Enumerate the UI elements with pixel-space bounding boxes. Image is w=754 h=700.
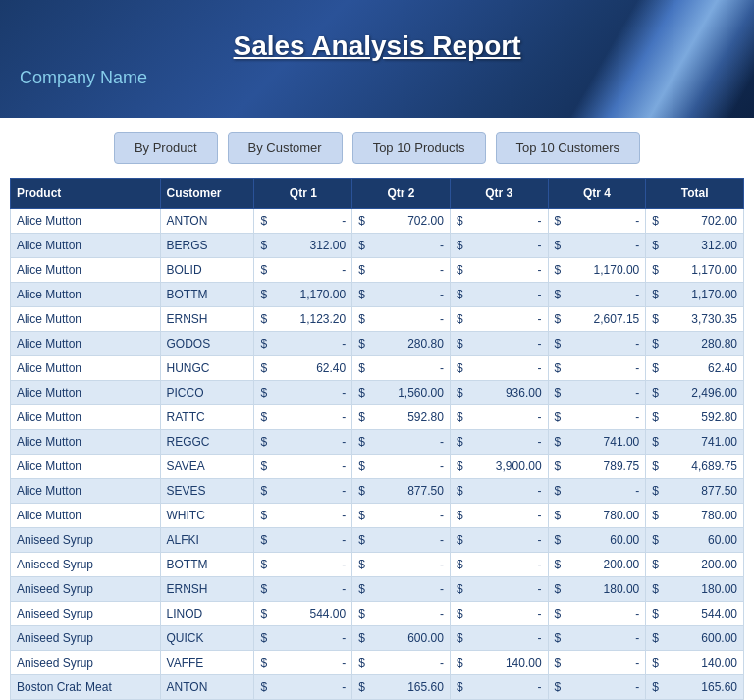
cell-money: $- (352, 430, 451, 455)
cell-money: $- (352, 553, 451, 577)
cell-customer: LINOD (160, 602, 254, 626)
cell-product: Alice Mutton (11, 307, 161, 332)
cell-money: $- (352, 577, 451, 602)
cell-money: $- (352, 651, 451, 675)
cell-money: $877.50 (646, 479, 744, 504)
cell-money: $1,560.00 (352, 381, 451, 405)
tab-top10-customers[interactable]: Top 10 Customers (496, 132, 641, 164)
table-row: Alice MuttonBOLID$-$-$-$1,170.00$1,170.0… (11, 258, 744, 283)
cell-product: Aniseed Syrup (11, 602, 161, 626)
cell-customer: RATTC (160, 405, 254, 430)
tab-by-product[interactable]: By Product (114, 132, 218, 164)
cell-money: $780.00 (646, 504, 744, 528)
table-row: Alice MuttonHUNGC$62.40$-$-$-$62.40 (11, 356, 744, 381)
cell-customer: ERNSH (160, 577, 254, 602)
cell-money: $60.00 (548, 528, 646, 553)
cell-money: $- (352, 234, 451, 258)
cell-money: $- (254, 553, 352, 577)
cell-money: $- (450, 258, 548, 283)
cell-customer: SAVEA (160, 455, 254, 479)
table-row: Alice MuttonREGGC$-$-$-$741.00$741.00 (11, 430, 744, 455)
cell-customer: QUICK (160, 626, 254, 651)
cell-money: $200.00 (646, 553, 744, 577)
table-container: Product Customer Qtr 1 Qtr 2 Qtr 3 Qtr 4… (0, 178, 754, 700)
cell-money: $- (548, 332, 646, 356)
cell-product: Alice Mutton (11, 504, 161, 528)
cell-money: $60.00 (646, 528, 744, 553)
tab-top10-products[interactable]: Top 10 Products (352, 132, 486, 164)
table-row: Alice MuttonSAVEA$-$-$3,900.00$789.75$4,… (11, 455, 744, 479)
cell-customer: SEVES (160, 479, 254, 504)
cell-money: $- (254, 430, 352, 455)
cell-product: Aniseed Syrup (11, 626, 161, 651)
cell-customer: HUNGC (160, 356, 254, 381)
cell-money: $140.00 (450, 651, 548, 675)
cell-money: $780.00 (548, 504, 646, 528)
cell-money: $140.00 (646, 651, 744, 675)
cell-money: $165.60 (646, 675, 744, 700)
cell-product: Alice Mutton (11, 356, 161, 381)
cell-money: $- (352, 528, 451, 553)
cell-money: $592.80 (646, 405, 744, 430)
cell-money: $- (352, 283, 451, 307)
cell-money: $180.00 (646, 577, 744, 602)
cell-product: Aniseed Syrup (11, 553, 161, 577)
cell-product: Aniseed Syrup (11, 528, 161, 553)
cell-money: $1,170.00 (646, 283, 744, 307)
tab-by-customer[interactable]: By Customer (228, 132, 343, 164)
cell-customer: BOLID (160, 258, 254, 283)
cell-money: $- (254, 504, 352, 528)
cell-money: $- (450, 430, 548, 455)
cell-product: Alice Mutton (11, 283, 161, 307)
cell-money: $- (450, 528, 548, 553)
cell-money: $1,170.00 (254, 283, 352, 307)
cell-money: $- (548, 283, 646, 307)
cell-money: $592.80 (352, 405, 451, 430)
table-row: Boston Crab MeatANTON$-$165.60$-$-$165.6… (11, 675, 744, 700)
table-row: Alice MuttonBOTTM$1,170.00$-$-$-$1,170.0… (11, 283, 744, 307)
cell-product: Alice Mutton (11, 258, 161, 283)
cell-money: $312.00 (254, 234, 352, 258)
cell-money: $- (352, 356, 451, 381)
cell-customer: BOTTM (160, 553, 254, 577)
cell-money: $- (548, 405, 646, 430)
cell-money: $- (254, 675, 352, 700)
cell-product: Alice Mutton (11, 332, 161, 356)
cell-money: $- (450, 504, 548, 528)
cell-money: $- (548, 381, 646, 405)
cell-money: $600.00 (646, 626, 744, 651)
cell-money: $741.00 (646, 430, 744, 455)
cell-money: $280.80 (646, 332, 744, 356)
cell-money: $- (450, 332, 548, 356)
cell-customer: ERNSH (160, 307, 254, 332)
cell-money: $741.00 (548, 430, 646, 455)
cell-money: $- (450, 209, 548, 234)
cell-money: $- (548, 234, 646, 258)
cell-money: $- (254, 577, 352, 602)
cell-customer: GODOS (160, 332, 254, 356)
cell-money: $- (450, 675, 548, 700)
table-row: Alice MuttonPICCO$-$1,560.00$936.00$-$2,… (11, 381, 744, 405)
cell-money: $2,607.15 (548, 307, 646, 332)
col-qtr1: Qtr 1 (254, 179, 352, 209)
cell-money: $- (450, 553, 548, 577)
cell-money: $4,689.75 (646, 455, 744, 479)
cell-money: $- (548, 602, 646, 626)
cell-product: Alice Mutton (11, 234, 161, 258)
cell-money: $- (254, 455, 352, 479)
cell-money: $- (548, 479, 646, 504)
cell-money: $- (254, 381, 352, 405)
cell-product: Alice Mutton (11, 430, 161, 455)
table-row: Aniseed SyrupALFKI$-$-$-$60.00$60.00 (11, 528, 744, 553)
cell-customer: ANTON (160, 209, 254, 234)
table-row: Aniseed SyrupLINOD$544.00$-$-$-$544.00 (11, 602, 744, 626)
cell-money: $- (450, 283, 548, 307)
table-row: Alice MuttonERNSH$1,123.20$-$-$2,607.15$… (11, 307, 744, 332)
nav-tabs: By Product By Customer Top 10 Products T… (0, 118, 754, 178)
cell-money: $- (254, 209, 352, 234)
col-qtr4: Qtr 4 (548, 179, 646, 209)
cell-product: Aniseed Syrup (11, 577, 161, 602)
cell-money: $- (254, 332, 352, 356)
cell-money: $180.00 (548, 577, 646, 602)
table-row: Alice MuttonRATTC$-$592.80$-$-$592.80 (11, 405, 744, 430)
